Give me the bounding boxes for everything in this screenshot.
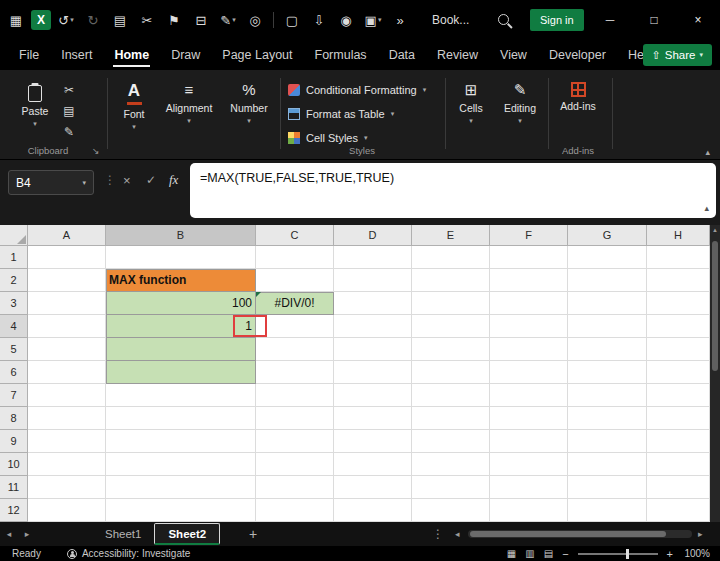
cell-H9[interactable]	[647, 430, 710, 453]
column-header-H[interactable]: H	[647, 225, 710, 246]
app-launcher-icon[interactable]: ▦	[4, 7, 28, 33]
paste-special-icon[interactable]: ▤	[108, 7, 132, 33]
add-sheet-button[interactable]: +	[240, 526, 266, 542]
cell-B5[interactable]	[106, 338, 256, 361]
cell-H3[interactable]	[647, 292, 710, 315]
menu-tab-review[interactable]: Review	[426, 40, 489, 70]
cell-D7[interactable]	[334, 384, 412, 407]
cell-G7[interactable]	[568, 384, 647, 407]
zoom-level[interactable]: 100%	[682, 548, 710, 559]
share-button[interactable]: ⇧ Share ▾	[643, 44, 712, 66]
cell-B7[interactable]	[106, 384, 256, 407]
cell-G11[interactable]	[568, 476, 647, 499]
print-icon[interactable]: ⊟	[189, 7, 213, 33]
row-header-2[interactable]: 2	[0, 269, 28, 292]
camera-icon[interactable]: ◉	[334, 7, 358, 33]
cell-D2[interactable]	[334, 269, 412, 292]
new-file-icon[interactable]: ▢	[280, 7, 304, 33]
cell-C1[interactable]	[256, 246, 334, 269]
row-header-6[interactable]: 6	[0, 361, 28, 384]
menu-tab-draw[interactable]: Draw	[160, 40, 211, 70]
scroll-up-icon[interactable]: ▲	[710, 227, 720, 233]
vertical-scrollbar-thumb[interactable]	[712, 241, 718, 371]
draw-icon[interactable]: ✎▾	[216, 7, 240, 33]
cell-G8[interactable]	[568, 407, 647, 430]
collapse-formula-bar-icon[interactable]: ▴	[704, 203, 709, 213]
ink-icon[interactable]: ◎	[243, 7, 267, 33]
cell-F1[interactable]	[490, 246, 568, 269]
page-break-view-icon[interactable]: ▤	[544, 548, 553, 559]
more-commands-icon[interactable]: »	[388, 7, 412, 33]
cell-D10[interactable]	[334, 453, 412, 476]
zoom-out-icon[interactable]: −	[562, 548, 568, 560]
sheet-tab-sheet1[interactable]: Sheet1	[92, 523, 154, 545]
column-header-B[interactable]: B	[106, 225, 256, 246]
cell-B12[interactable]	[106, 499, 256, 522]
cell-F4[interactable]	[490, 315, 568, 338]
cell-A3[interactable]	[28, 292, 106, 315]
column-header-E[interactable]: E	[412, 225, 490, 246]
cell-E8[interactable]	[412, 407, 490, 430]
cell-F2[interactable]	[490, 269, 568, 292]
cell-F6[interactable]	[490, 361, 568, 384]
scroll-right-icon[interactable]: ▸	[698, 529, 703, 539]
accessibility-status[interactable]: Accessibility: Investigate	[82, 548, 190, 559]
cell-G1[interactable]	[568, 246, 647, 269]
cell-D5[interactable]	[334, 338, 412, 361]
cell-B3[interactable]: 100	[106, 292, 256, 315]
column-header-G[interactable]: G	[568, 225, 647, 246]
cell-C11[interactable]	[256, 476, 334, 499]
cell-E2[interactable]	[412, 269, 490, 292]
previous-sheet-icon[interactable]: ◂	[0, 529, 18, 539]
row-header-3[interactable]: 3	[0, 292, 28, 315]
menu-tab-data[interactable]: Data	[378, 40, 426, 70]
cell-F8[interactable]	[490, 407, 568, 430]
vertical-scrollbar[interactable]: ▲	[710, 225, 720, 522]
enter-icon[interactable]: ✓	[146, 173, 156, 187]
next-sheet-icon[interactable]: ▸	[18, 529, 36, 539]
cell-E3[interactable]	[412, 292, 490, 315]
cell-H5[interactable]	[647, 338, 710, 361]
number-button[interactable]: % Number ▾	[224, 78, 274, 124]
cell-F11[interactable]	[490, 476, 568, 499]
column-header-F[interactable]: F	[490, 225, 568, 246]
menu-tab-insert[interactable]: Insert	[50, 40, 103, 70]
format-painter-icon[interactable]: ✎	[58, 123, 80, 141]
editing-button[interactable]: ✎ Editing ▾	[496, 78, 544, 124]
row-header-9[interactable]: 9	[0, 430, 28, 453]
name-box[interactable]: B4 ▾	[8, 170, 94, 195]
menu-tab-view[interactable]: View	[489, 40, 538, 70]
cell-E11[interactable]	[412, 476, 490, 499]
zoom-in-icon[interactable]: +	[667, 548, 673, 560]
sign-in-button[interactable]: Sign in	[530, 9, 584, 31]
menu-tab-developer[interactable]: Developer	[538, 40, 617, 70]
cell-D11[interactable]	[334, 476, 412, 499]
cell-F10[interactable]	[490, 453, 568, 476]
cell-C5[interactable]	[256, 338, 334, 361]
row-header-11[interactable]: 11	[0, 476, 28, 499]
row-header-10[interactable]: 10	[0, 453, 28, 476]
column-header-C[interactable]: C	[256, 225, 334, 246]
dialog-launcher-icon[interactable]: ↘	[92, 146, 100, 156]
normal-view-icon[interactable]: ▦	[507, 548, 516, 559]
cell-C7[interactable]	[256, 384, 334, 407]
row-header-1[interactable]: 1	[0, 246, 28, 269]
cell-B2[interactable]: MAX function	[106, 269, 256, 292]
cell-A11[interactable]	[28, 476, 106, 499]
cancel-icon[interactable]: ×	[123, 173, 131, 188]
search-icon[interactable]	[498, 14, 509, 25]
cell-A4[interactable]	[28, 315, 106, 338]
horizontal-scrollbar-thumb[interactable]	[470, 531, 666, 537]
redo-icon[interactable]: ↻	[81, 7, 105, 33]
cell-C4[interactable]	[256, 315, 334, 338]
cell-D9[interactable]	[334, 430, 412, 453]
save-icon[interactable]: ⇩	[307, 7, 331, 33]
maximize-button[interactable]: □	[632, 0, 676, 40]
cell-E6[interactable]	[412, 361, 490, 384]
zoom-slider[interactable]	[578, 553, 658, 555]
cells-button[interactable]: ⊞ Cells ▾	[450, 78, 492, 124]
insert-function-icon[interactable]: fx	[169, 172, 178, 188]
cell-E9[interactable]	[412, 430, 490, 453]
cell-A7[interactable]	[28, 384, 106, 407]
menu-tab-home[interactable]: Home	[103, 40, 160, 70]
